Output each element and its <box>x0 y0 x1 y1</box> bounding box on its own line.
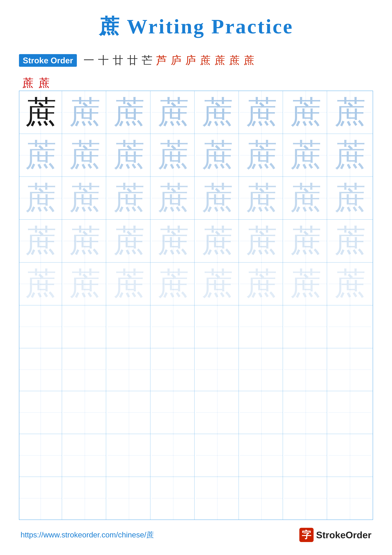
cell-6-5 <box>196 305 239 348</box>
cell-8-7 <box>284 391 327 434</box>
stroke-1: 一 <box>84 53 94 67</box>
cell-1-8: 蔗 <box>328 91 371 134</box>
grid-row-8 <box>19 391 373 434</box>
cell-4-6: 蔗 <box>240 219 283 262</box>
stroke-final-row: 蔗 蔗 <box>19 75 373 91</box>
cell-char: 蔗 <box>290 139 321 171</box>
footer: https://www.strokeorder.com/chinese/蔗 字 … <box>19 528 373 542</box>
cell-6-6 <box>240 305 283 348</box>
cell-8-4 <box>152 391 194 434</box>
cell-char: 蔗 <box>25 268 57 300</box>
footer-url: https://www.strokeorder.com/chinese/蔗 <box>21 530 154 540</box>
cell-5-2: 蔗 <box>64 263 106 305</box>
cell-5-1: 蔗 <box>19 263 62 305</box>
cell-4-8: 蔗 <box>328 219 371 262</box>
cell-char: 蔗 <box>334 268 366 300</box>
cell-9-5 <box>196 434 239 477</box>
cell-char: 蔗 <box>113 96 145 128</box>
cell-char: 蔗 <box>201 182 233 214</box>
grid-row-6 <box>19 305 373 348</box>
footer-logo: 字 StrokeOrder <box>299 528 371 542</box>
cell-4-1: 蔗 <box>19 219 62 262</box>
cell-char: 蔗 <box>334 182 366 214</box>
cell-2-3: 蔗 <box>108 134 150 176</box>
cell-char: 蔗 <box>201 139 233 171</box>
cell-5-7: 蔗 <box>284 263 327 305</box>
stroke-order-section: Stroke Order 一 十 廿 廿 芒 芦 庐 庐 蔗 蔗 蔗 蔗 <box>19 53 373 67</box>
cell-9-7 <box>284 434 327 477</box>
cell-char: 蔗 <box>25 96 57 128</box>
practice-grid: 蔗 蔗 蔗 蔗 蔗 蔗 蔗 <box>19 91 373 520</box>
cell-6-2 <box>64 305 106 348</box>
cell-char: 蔗 <box>201 96 233 128</box>
cell-10-6 <box>240 477 283 519</box>
cell-char: 蔗 <box>246 225 277 257</box>
cell-9-2 <box>64 434 106 477</box>
cell-char: 蔗 <box>246 268 277 300</box>
cell-8-3 <box>108 391 150 434</box>
cell-char: 蔗 <box>246 182 277 214</box>
cell-char: 蔗 <box>113 225 145 257</box>
cell-10-2 <box>64 477 106 519</box>
cell-9-6 <box>240 434 283 477</box>
cell-2-7: 蔗 <box>284 134 327 176</box>
cell-1-7: 蔗 <box>284 91 327 134</box>
cell-char: 蔗 <box>334 139 366 171</box>
logo-char: 字 <box>302 529 311 541</box>
cell-5-4: 蔗 <box>152 263 194 305</box>
cell-char: 蔗 <box>201 225 233 257</box>
cell-7-8 <box>328 348 371 391</box>
cell-char: 蔗 <box>290 96 321 128</box>
cell-char: 蔗 <box>157 96 189 128</box>
cell-2-6: 蔗 <box>240 134 283 176</box>
cell-8-8 <box>328 391 371 434</box>
cell-3-8: 蔗 <box>328 177 371 219</box>
stroke-3: 廿 <box>113 53 123 67</box>
cell-1-6: 蔗 <box>240 91 283 134</box>
stroke-10: 蔗 <box>214 53 225 67</box>
cell-7-2 <box>64 348 106 391</box>
cell-char: 蔗 <box>334 225 366 257</box>
stroke-11: 蔗 <box>229 53 240 67</box>
cell-char: 蔗 <box>290 225 321 257</box>
stroke-2: 十 <box>98 53 109 67</box>
grid-row-2: 蔗 蔗 蔗 蔗 蔗 蔗 蔗 <box>19 134 373 177</box>
cell-3-6: 蔗 <box>240 177 283 219</box>
cell-1-2: 蔗 <box>64 91 106 134</box>
cell-char: 蔗 <box>246 96 277 128</box>
cell-char: 蔗 <box>25 225 57 257</box>
cell-char: 蔗 <box>25 182 57 214</box>
cell-char: 蔗 <box>290 182 321 214</box>
cell-8-6 <box>240 391 283 434</box>
cell-8-2 <box>64 391 106 434</box>
cell-char: 蔗 <box>113 139 145 171</box>
stroke-order-label: Stroke Order <box>19 54 77 67</box>
cell-char: 蔗 <box>201 268 233 300</box>
cell-char: 蔗 <box>69 96 100 128</box>
cell-5-8: 蔗 <box>328 263 371 305</box>
cell-char: 蔗 <box>69 225 100 257</box>
cell-10-7 <box>284 477 327 519</box>
cell-char: 蔗 <box>69 182 100 214</box>
cell-10-5 <box>196 477 239 519</box>
cell-1-4: 蔗 <box>152 91 194 134</box>
cell-4-7: 蔗 <box>284 219 327 262</box>
cell-2-2: 蔗 <box>64 134 106 176</box>
cell-7-5 <box>196 348 239 391</box>
cell-5-3: 蔗 <box>108 263 150 305</box>
cell-9-1 <box>19 434 62 477</box>
cell-5-5: 蔗 <box>196 263 239 305</box>
cell-4-3: 蔗 <box>108 219 150 262</box>
cell-char: 蔗 <box>69 268 100 300</box>
cell-10-1 <box>19 477 62 519</box>
grid-row-7 <box>19 348 373 391</box>
cell-char: 蔗 <box>157 139 189 171</box>
cell-2-1: 蔗 <box>19 134 62 176</box>
cell-7-1 <box>19 348 62 391</box>
title-text: Writing Practice <box>121 15 293 38</box>
cell-8-5 <box>196 391 239 434</box>
grid-row-1: 蔗 蔗 蔗 蔗 蔗 蔗 蔗 <box>19 91 373 134</box>
cell-char: 蔗 <box>157 268 189 300</box>
cell-7-4 <box>152 348 194 391</box>
page-title: 蔗 Writing Practice <box>99 13 293 41</box>
